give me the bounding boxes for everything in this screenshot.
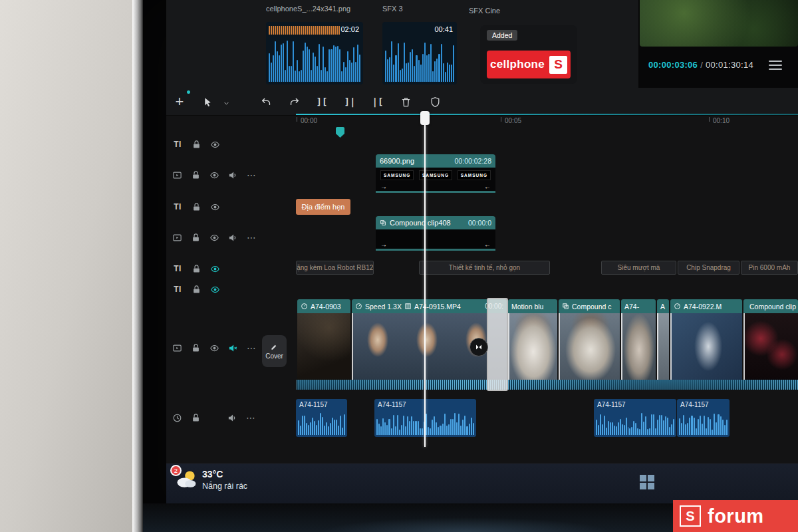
waveform — [269, 38, 360, 82]
brand-s-mark: S — [549, 56, 567, 74]
speaker-icon[interactable] — [228, 170, 238, 180]
audio-clip-a74-1157[interactable]: A74-1157 — [296, 399, 347, 437]
chevron-down-icon[interactable] — [217, 94, 235, 112]
lock-icon[interactable] — [192, 202, 201, 212]
lock-icon[interactable] — [191, 170, 201, 180]
trim-right-button[interactable]: |[ — [368, 92, 387, 111]
lock-icon[interactable] — [191, 413, 201, 423]
audio-clip-a74-1157[interactable]: A74-1157 — [677, 399, 730, 437]
waveform-marker-band — [269, 26, 340, 35]
anim-out-arrow: ← — [484, 241, 491, 248]
ruler-tick — [297, 117, 297, 122]
weather-condition[interactable]: Nắng rải rác — [202, 481, 247, 491]
waveform — [298, 411, 345, 435]
eye-icon[interactable] — [210, 285, 220, 295]
trim-selection-band[interactable] — [487, 298, 508, 391]
timeline-clip-text-orange[interactable]: Địa điểm hẹn — [296, 199, 350, 215]
video-clip-a74-0922[interactable]: A74-0922.M — [670, 299, 742, 380]
subtitle-clip[interactable]: Pin 6000 mAh — [741, 261, 798, 275]
notification-badge: 2 — [170, 465, 182, 476]
sforum-logo-word: forum — [708, 505, 764, 527]
clip-label: A74- — [624, 303, 639, 311]
media-item-audio-2[interactable]: 00:41 — [382, 22, 457, 84]
windows-start-button[interactable] — [640, 475, 654, 489]
subtitle-clip[interactable]: Chip Snapdrag — [678, 261, 739, 275]
track-header-audio: ⋯ — [166, 408, 263, 428]
mute-speaker-icon[interactable] — [228, 343, 238, 353]
timeline-clip-compound-408[interactable]: Compound clip408 00:00:0 → ← — [376, 216, 495, 251]
delete-button[interactable] — [396, 92, 415, 111]
lock-icon[interactable] — [191, 233, 201, 243]
more-options-icon[interactable]: ⋯ — [247, 343, 256, 352]
subtitle-text: Pin 6000 mAh — [749, 264, 791, 271]
media-item-logo[interactable]: Added cellphone S — [480, 25, 577, 84]
track-header-text-4: TI — [166, 279, 263, 299]
video-clip-a74-0903[interactable]: A74-0903 — [297, 299, 350, 380]
video-clip-a74-partial[interactable]: A74- — [621, 299, 656, 380]
select-tool-button[interactable] — [198, 92, 217, 111]
trim-left-button[interactable]: ]| — [340, 92, 359, 111]
sforum-watermark: S forum — [673, 500, 798, 532]
subtitle-clip[interactable]: Tặng kèm Loa Robot RB120 — [296, 261, 374, 275]
redo-button[interactable] — [285, 92, 303, 111]
eye-icon[interactable] — [209, 343, 219, 353]
lock-icon[interactable] — [192, 140, 201, 150]
audio-clip-a74-1157[interactable]: A74-1157 — [594, 399, 676, 437]
eye-icon[interactable] — [210, 202, 220, 212]
more-options-icon[interactable]: ⋯ — [247, 170, 256, 180]
clip-label: A74-0915.MP4 — [414, 303, 461, 311]
media-item-label: SFX Cine — [469, 7, 562, 15]
eye-icon[interactable] — [209, 170, 219, 180]
video-clip-compound-1[interactable]: Compound c — [559, 299, 620, 380]
media-duration: 02:02 — [340, 25, 359, 33]
compound-icon — [380, 219, 386, 226]
transition-icon[interactable] — [469, 338, 488, 356]
cover-button[interactable]: Cover — [262, 335, 287, 367]
ruler-tick — [709, 117, 710, 122]
clip-label: A74-0922.M — [684, 303, 722, 311]
speaker-icon[interactable] — [228, 233, 238, 243]
eye-icon[interactable] — [210, 140, 220, 150]
playhead-handle[interactable] — [420, 111, 430, 125]
text-track-icon: TI — [172, 140, 183, 149]
track-header-text-3: TI — [166, 259, 263, 279]
media-item-audio-1[interactable]: 02:02 — [266, 22, 363, 84]
mask-tool-button[interactable] — [426, 92, 444, 111]
preview-menu-icon[interactable] — [769, 61, 782, 70]
timeline-ruler[interactable] — [296, 114, 798, 115]
timeline-clip-66900-png[interactable]: 66900.png 00:00:02:28 SAMSUNG SAMSUNG SA… — [376, 154, 495, 193]
lock-icon[interactable] — [191, 343, 201, 353]
video-clip-compound-2[interactable]: Compound clip — [743, 299, 798, 380]
more-options-icon[interactable]: ⋯ — [247, 233, 256, 242]
timecode-total: 00:01:30:14 — [706, 60, 753, 70]
split-clip-button[interactable]: ][ — [313, 92, 331, 111]
video-track-icon — [172, 233, 182, 243]
speaker-icon[interactable] — [227, 413, 237, 423]
eye-icon[interactable] — [210, 264, 220, 274]
clip-label: A — [660, 303, 665, 311]
timecode-separator: / — [698, 60, 706, 70]
add-track-button[interactable]: + — [170, 92, 189, 111]
undo-button[interactable] — [257, 92, 275, 111]
eye-icon[interactable] — [209, 233, 219, 243]
subtitle-text: Siêu mượt mà — [618, 264, 660, 271]
film-icon — [404, 303, 412, 310]
monitor-bezel-edge — [132, 0, 143, 532]
subtitle-clip[interactable]: Thiết kế tinh tế, nhỏ gọn — [419, 261, 550, 275]
media-item-label: cellphoneS_...24x341.png — [266, 5, 367, 13]
subtitle-text: Tặng kèm Loa Robot RB120 — [296, 264, 374, 271]
photo-of-monitor: cellphoneS_...24x341.png 02:02 SFX 3 00:… — [0, 0, 798, 532]
lock-icon[interactable] — [192, 264, 201, 274]
video-clip-small[interactable]: A — [657, 299, 669, 380]
text-track-icon: TI — [172, 202, 183, 211]
weather-temperature[interactable]: 33°C — [202, 469, 223, 479]
more-options-icon[interactable]: ⋯ — [246, 413, 255, 422]
waveform — [596, 411, 674, 435]
text-track-icon: TI — [172, 264, 183, 273]
ruler-label: 00:00 — [301, 117, 317, 124]
subtitle-clip[interactable]: Siêu mượt mà — [601, 261, 676, 275]
video-track-icon — [172, 343, 182, 353]
lock-icon[interactable] — [192, 285, 201, 295]
video-clip-motion-blur[interactable]: Motion blu — [508, 299, 557, 380]
playhead-line[interactable] — [424, 125, 426, 447]
